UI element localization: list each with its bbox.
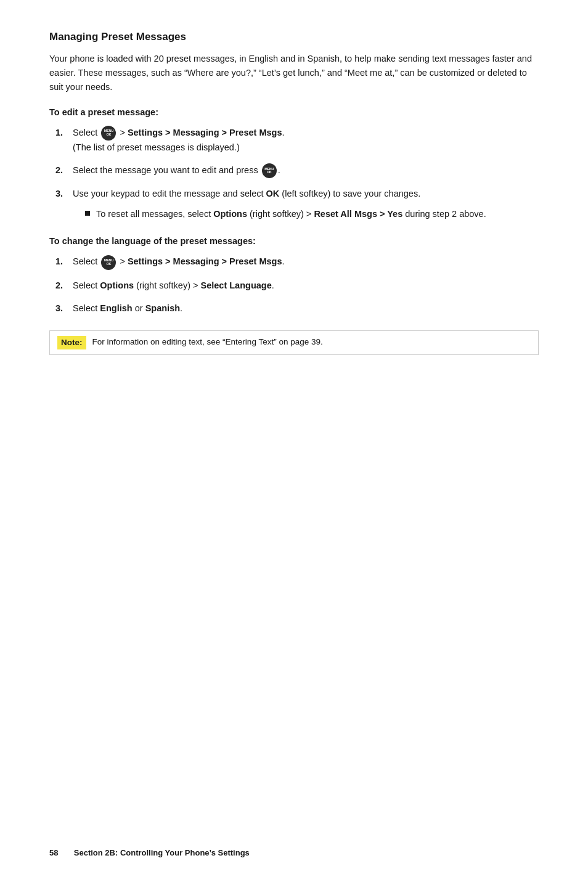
step-number: 2. [55, 163, 73, 178]
step-number: 2. [55, 279, 73, 293]
step-number: 1. [55, 255, 73, 269]
bullet-text: To reset all messages, select Options (r… [96, 207, 486, 221]
step-content: Use your keypad to edit the message and … [73, 187, 539, 224]
section1-list: 1. Select MENU OK > Settings > Messaging… [49, 126, 539, 224]
intro-text: Your phone is loaded with 20 preset mess… [49, 52, 539, 95]
menu-icon: MENU OK [262, 163, 277, 178]
select-language-label: Select Language [201, 280, 272, 290]
step-content: Select MENU OK > Settings > Messaging > … [73, 255, 539, 269]
page-content: Managing Preset Messages Your phone is l… [49, 31, 539, 355]
step1-subtext: (The list of preset messages is displaye… [73, 142, 240, 152]
note-box: Note: For information on editing text, s… [49, 330, 539, 355]
footer-page-number: 58 [49, 848, 58, 857]
section2-list: 1. Select MENU OK > Settings > Messaging… [49, 255, 539, 316]
list-item: 1. Select MENU OK > Settings > Messaging… [55, 255, 539, 269]
step-number: 1. [55, 126, 73, 140]
section2-heading: To change the language of the preset mes… [49, 236, 539, 246]
bullet-item: To reset all messages, select Options (r… [85, 207, 539, 221]
footer-section-text: Section 2B: Controlling Your Phone’s Set… [74, 848, 250, 857]
bullet-icon [85, 211, 90, 216]
step1-text: > Settings > Messaging > Preset Msgs. [120, 256, 284, 266]
english-label: English [100, 303, 132, 313]
step1-text: > Settings > Messaging > Preset Msgs. [120, 128, 284, 137]
bullet-list: To reset all messages, select Options (r… [73, 207, 539, 221]
step-content: Select English or Spanish. [73, 301, 539, 316]
note-label: Note: [57, 336, 86, 349]
note-text: For information on editing text, see “En… [92, 336, 323, 348]
spanish-label: Spanish [145, 303, 180, 313]
step-content: Select Options (right softkey) > Select … [73, 279, 539, 293]
options-label: Options [100, 280, 134, 290]
section-title: Managing Preset Messages [49, 31, 539, 43]
list-item: 3. Select English or Spanish. [55, 301, 539, 316]
step-number: 3. [55, 301, 73, 316]
menu-icon: MENU OK [101, 255, 116, 270]
list-item: 1. Select MENU OK > Settings > Messaging… [55, 126, 539, 155]
list-item: 2. Select the message you want to edit a… [55, 163, 539, 178]
step-content: Select MENU OK > Settings > Messaging > … [73, 126, 539, 155]
ok-label: OK [266, 189, 280, 198]
menu-icon: MENU OK [101, 126, 116, 141]
step-number: 3. [55, 187, 73, 201]
footer: 58 Section 2B: Controlling Your Phone’s … [49, 848, 250, 857]
list-item: 2. Select Options (right softkey) > Sele… [55, 279, 539, 293]
section1-heading: To edit a preset message: [49, 107, 539, 117]
step-content: Select the message you want to edit and … [73, 163, 539, 178]
footer-separator [60, 848, 71, 857]
list-item: 3. Use your keypad to edit the message a… [55, 187, 539, 224]
